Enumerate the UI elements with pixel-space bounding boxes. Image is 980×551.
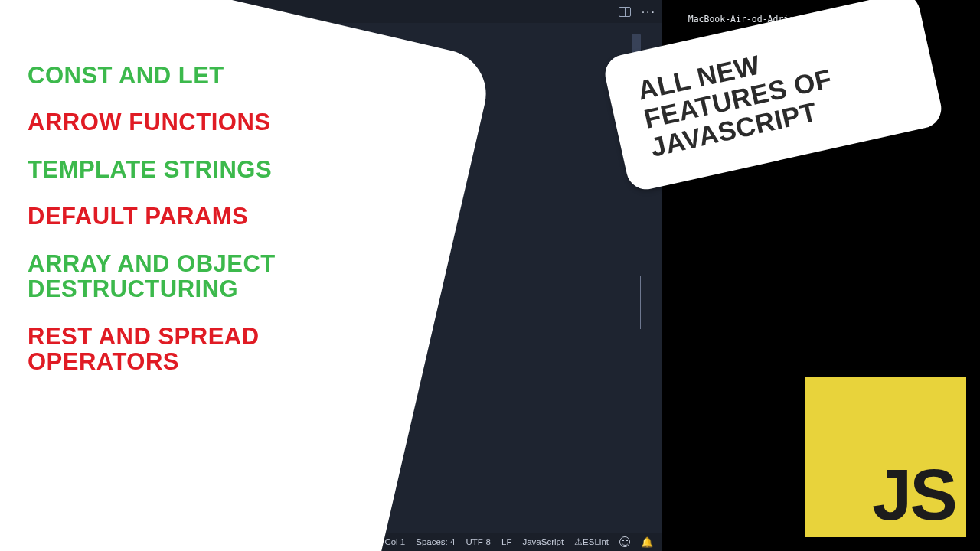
feature-destructuring: ARRAY AND OBJECT DESTRUCTURING: [28, 251, 364, 302]
notifications-icon[interactable]: 🔔: [641, 536, 653, 548]
scrollbar-thumb[interactable]: [640, 276, 641, 329]
feature-rest-spread: REST AND SPREAD OPERATORS: [28, 324, 364, 375]
feature-arrow-functions: ARROW FUNCTIONS: [28, 109, 364, 135]
js-logo: JS: [805, 377, 966, 537]
status-language[interactable]: JavaScript: [522, 537, 564, 546]
split-editor-icon[interactable]: [619, 7, 631, 17]
js-logo-text: JS: [872, 459, 956, 531]
status-eslint[interactable]: ESLint: [574, 536, 609, 547]
feedback-icon[interactable]: [619, 536, 630, 547]
feature-const-let: CONST AND LET: [28, 63, 364, 88]
more-actions-icon[interactable]: ···: [642, 7, 656, 17]
status-eol[interactable]: LF: [501, 537, 511, 546]
features-list: CONST AND LET ARROW FUNCTIONS TEMPLATE S…: [28, 63, 364, 375]
status-spaces[interactable]: Spaces: 4: [416, 537, 455, 546]
feature-template-strings: TEMPLATE STRINGS: [28, 157, 364, 182]
status-encoding[interactable]: UTF-8: [466, 537, 491, 546]
feature-default-params: DEFAULT PARAMS: [28, 204, 364, 229]
